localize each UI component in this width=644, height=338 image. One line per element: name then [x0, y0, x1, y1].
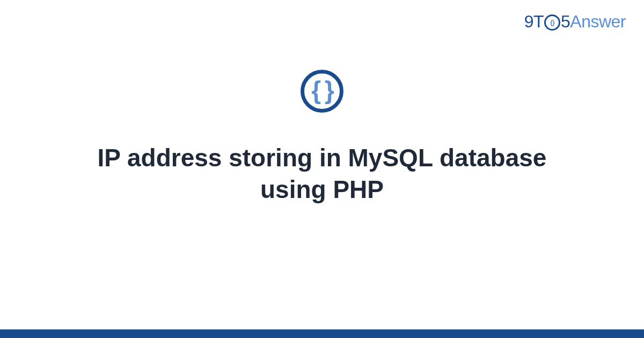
logo-text-answer: Answer	[570, 12, 626, 32]
page-title: IP address storing in MySQL database usi…	[80, 142, 564, 205]
braces-glyph: { }	[311, 78, 333, 102]
main-content: { } IP address storing in MySQL database…	[0, 70, 644, 205]
logo-text-9t: 9T	[524, 12, 544, 32]
footer-bar	[0, 329, 644, 338]
logo-text-5: 5	[561, 12, 570, 32]
code-braces-icon: { }	[301, 70, 343, 113]
logo-o-braces-icon: {}	[550, 18, 554, 26]
logo-o-circle: {}	[544, 14, 560, 31]
site-logo: 9T {} 5 Answer	[524, 12, 626, 32]
